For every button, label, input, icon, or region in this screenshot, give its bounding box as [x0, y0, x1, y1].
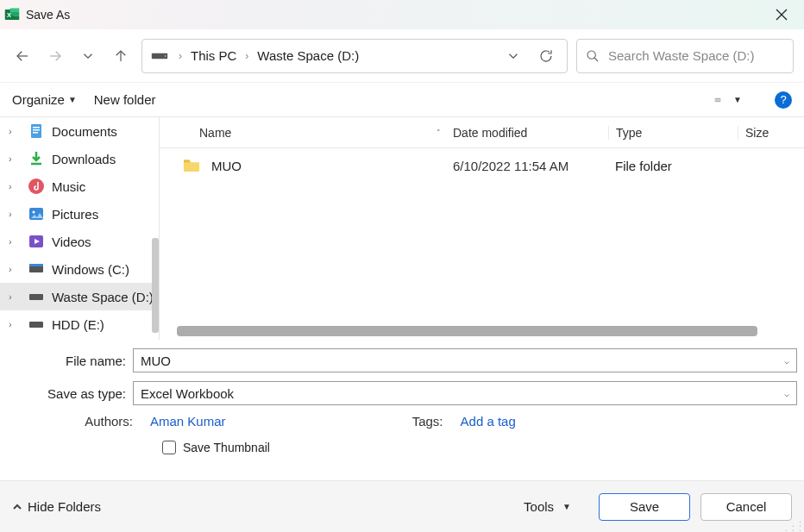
- svg-point-12: [587, 51, 595, 59]
- file-date: 6/10/2022 11:54 AM: [453, 159, 608, 173]
- refresh-button[interactable]: [534, 44, 558, 68]
- window-title: Save As: [26, 8, 70, 22]
- tools-menu[interactable]: Tools▼: [524, 499, 571, 514]
- sidebar-item-documents[interactable]: › Documents: [0, 117, 159, 145]
- drive-icon: [28, 288, 45, 305]
- chevron-right-icon: ›: [9, 236, 21, 247]
- file-name-label: File name:: [7, 354, 133, 368]
- chevron-right-icon: ›: [9, 126, 21, 136]
- sidebar-item-label: HDD (E:): [52, 317, 104, 332]
- document-icon: [28, 122, 45, 140]
- file-row[interactable]: MUO 6/10/2022 11:54 AM File folder: [160, 148, 804, 183]
- resize-grip[interactable]: .. .. . .: [785, 517, 802, 530]
- sidebar-item-label: Documents: [52, 124, 117, 139]
- column-header-size[interactable]: Size: [738, 126, 804, 140]
- back-button[interactable]: [10, 44, 35, 68]
- organize-menu[interactable]: Organize▼: [12, 92, 77, 107]
- column-header-type[interactable]: Type: [608, 126, 738, 140]
- svg-point-11: [165, 55, 166, 57]
- sidebar-item-drive-e[interactable]: › HDD (E:): [0, 310, 159, 338]
- dropdown-arrow-icon[interactable]: ⌵: [784, 356, 789, 366]
- chevron-right-icon: ›: [245, 50, 248, 62]
- column-header-row: Name˄ Date modified Type Size: [160, 117, 804, 148]
- search-icon: [586, 49, 600, 63]
- chevron-right-icon: ›: [9, 264, 21, 274]
- sidebar-item-label: Videos: [52, 235, 91, 249]
- dropdown-arrow-icon[interactable]: ⌵: [784, 389, 789, 398]
- svg-rect-2: [10, 12, 20, 16]
- breadcrumb-segment[interactable]: Waste Space (D:): [257, 48, 359, 63]
- authors-label: Authors:: [59, 414, 133, 429]
- column-header-name[interactable]: Name˄: [160, 126, 453, 140]
- file-type: File folder: [608, 159, 738, 173]
- file-name-input[interactable]: MUO ⌵: [133, 348, 797, 372]
- svg-point-24: [33, 211, 35, 214]
- new-folder-button[interactable]: New folder: [94, 92, 156, 107]
- excel-app-icon: X: [3, 6, 21, 23]
- sidebar-item-music[interactable]: › Music: [0, 172, 159, 200]
- sidebar-item-label: Windows (C:): [52, 262, 129, 277]
- address-bar[interactable]: › This PC › Waste Space (D:): [141, 39, 568, 73]
- chevron-right-icon: ›: [9, 291, 21, 302]
- sidebar-item-videos[interactable]: › Videos: [0, 228, 159, 255]
- search-placeholder: Search Waste Space (D:): [608, 48, 755, 63]
- addr-dropdown-button[interactable]: [501, 44, 525, 68]
- authors-value[interactable]: Aman Kumar: [143, 414, 226, 429]
- search-input[interactable]: Search Waste Space (D:): [576, 39, 794, 73]
- sidebar-item-label: Pictures: [52, 207, 98, 222]
- navigation-tree: › Documents › Downloads › Music › Pictur…: [0, 117, 160, 340]
- chevron-up-icon: [12, 502, 22, 512]
- save-button[interactable]: Save: [599, 493, 690, 521]
- drive-icon: [28, 316, 45, 333]
- svg-rect-28: [29, 264, 43, 266]
- svg-rect-3: [10, 16, 20, 21]
- svg-rect-20: [33, 132, 38, 134]
- sidebar-item-label: Downloads: [52, 152, 116, 166]
- save-as-type-select[interactable]: Excel Workbook ⌵: [133, 381, 797, 405]
- chevron-right-icon: ›: [9, 181, 21, 191]
- cancel-button[interactable]: Cancel: [700, 493, 792, 521]
- svg-line-13: [594, 58, 598, 61]
- download-icon: [28, 150, 45, 167]
- save-as-type-label: Save as type:: [7, 386, 133, 401]
- file-name: MUO: [211, 159, 242, 173]
- chevron-right-icon: ›: [9, 319, 21, 329]
- sidebar-item-label: Waste Space (D:): [52, 290, 154, 304]
- close-button[interactable]: [764, 0, 799, 29]
- pictures-icon: [28, 205, 45, 222]
- sidebar-item-drive-c[interactable]: › Windows (C:): [0, 255, 159, 283]
- drive-icon: [151, 50, 170, 62]
- tags-label: Tags:: [402, 414, 443, 429]
- hide-folders-toggle[interactable]: Hide Folders: [12, 499, 101, 514]
- sidebar-item-drive-d[interactable]: › Waste Space (D:): [0, 283, 159, 310]
- folder-icon: [182, 157, 201, 175]
- sidebar-scrollbar[interactable]: [152, 238, 159, 333]
- breadcrumb-segment[interactable]: This PC: [191, 48, 236, 63]
- videos-icon: [28, 233, 45, 250]
- column-header-date[interactable]: Date modified: [453, 126, 608, 140]
- svg-rect-17: [31, 124, 41, 138]
- tags-input[interactable]: Add a tag: [454, 414, 516, 429]
- svg-rect-1: [10, 9, 20, 13]
- chevron-right-icon: ›: [9, 209, 21, 219]
- sidebar-item-pictures[interactable]: › Pictures: [0, 200, 159, 228]
- sidebar-item-downloads[interactable]: › Downloads: [0, 145, 159, 172]
- svg-rect-29: [29, 294, 43, 300]
- chevron-right-icon: ›: [9, 153, 21, 164]
- music-icon: [28, 178, 45, 195]
- svg-rect-19: [33, 129, 40, 131]
- view-options-button[interactable]: ▼: [714, 94, 742, 106]
- sort-asc-icon: ˄: [437, 128, 441, 137]
- recent-locations-button[interactable]: [76, 44, 100, 68]
- up-button[interactable]: [109, 44, 133, 68]
- drive-icon: [28, 260, 45, 278]
- svg-rect-30: [29, 322, 43, 328]
- svg-rect-27: [29, 266, 43, 272]
- forward-button[interactable]: [43, 44, 67, 68]
- help-button[interactable]: ?: [775, 91, 792, 109]
- svg-rect-18: [33, 127, 40, 128]
- svg-text:X: X: [7, 11, 11, 19]
- save-thumbnail-checkbox[interactable]: [162, 441, 176, 454]
- chevron-right-icon: ›: [179, 50, 182, 62]
- horizontal-scrollbar[interactable]: [177, 326, 757, 336]
